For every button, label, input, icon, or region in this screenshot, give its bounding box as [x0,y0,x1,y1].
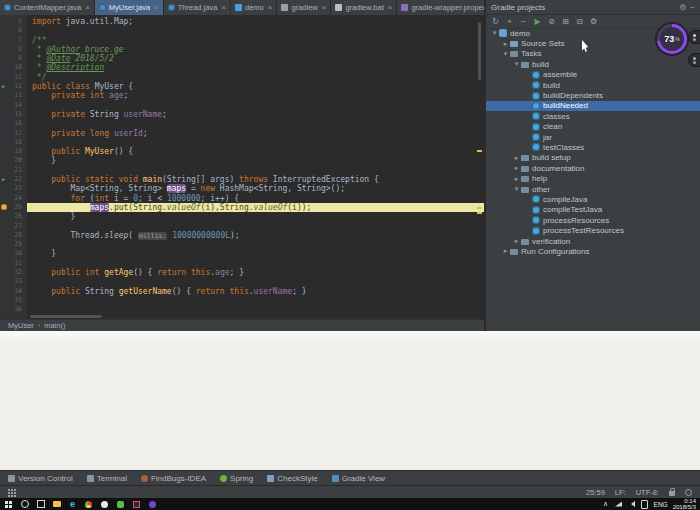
code-line[interactable]: 31 [0,259,484,268]
code-line[interactable]: 17 private long userId; [0,129,484,138]
settings-icon[interactable]: ⚙ [587,15,600,28]
gradle-node-classes[interactable]: classes [486,111,700,121]
edge-icon[interactable]: e [68,500,77,509]
code-line[interactable]: ▶22 public static void main(String[] arg… [0,175,484,184]
code-line[interactable]: 29 [0,240,484,249]
code-line[interactable]: 18 [0,138,484,147]
intellij-icon[interactable] [132,500,141,509]
code-line[interactable]: 32 public int getAge() { return this.age… [0,268,484,277]
gradle-node-compilejava[interactable]: compileJava [486,194,700,204]
code-line[interactable]: 25 maps.put(String.valueOf(i),String.val… [0,203,484,212]
chevron-down-icon[interactable]: ▾ [490,29,499,37]
code-line[interactable]: 9 * @Date 2018/5/2 [0,54,484,63]
gradle-node-processtestresources[interactable]: processTestResources [486,225,700,235]
gradle-node-build-setup[interactable]: ▸build setup [486,153,700,163]
code-line[interactable]: 34 public String getUserName() { return … [0,287,484,296]
chevron-down-icon[interactable]: ▾ [512,185,521,193]
toolwindow-button-findbugs-idea[interactable]: FindBugs-IDEA [135,474,212,483]
tab-close-icon[interactable]: × [388,3,393,12]
run-task-icon[interactable]: ▶ [531,15,544,28]
code-line[interactable]: 19 public MyUser() { [0,147,484,156]
code-line[interactable]: 23 Map<String, String> maps = new HashMa… [0,184,484,193]
tab-contentmapper-java[interactable]: ContentMapper.java× [0,0,95,15]
tab-close-icon[interactable]: × [221,3,226,12]
editor-vertical-scrollbar[interactable] [478,22,481,80]
error-stripe-mark[interactable] [477,150,482,152]
detach-project-icon[interactable]: − [517,15,530,28]
gradle-node-clean[interactable]: clean [486,122,700,132]
chevron-down-icon[interactable]: ▾ [501,50,510,58]
line-separator-indicator[interactable]: LF: [615,488,626,497]
bookmark-icon[interactable] [1,204,7,210]
chevron-right-icon[interactable]: ▸ [501,247,510,255]
input-language-indicator[interactable]: ENG [654,501,668,508]
gradle-node-other[interactable]: ▾other [486,184,700,194]
tab-myuser-java[interactable]: MyUser.java× [95,0,164,15]
gradle-node-builddependents[interactable]: buildDependents [486,90,700,100]
breadcrumb-item[interactable]: main() [44,321,65,330]
refresh-icon[interactable]: ↻ [489,15,502,28]
code-line[interactable]: 13 private int age; [0,91,484,100]
code-line[interactable]: 21 [0,166,484,175]
chevron-down-icon[interactable]: ▾ [512,60,521,68]
lock-icon[interactable] [669,491,675,496]
qq-icon[interactable] [100,500,109,509]
code-line[interactable]: 5import java.util.Map; [0,17,484,26]
code-line[interactable]: 11 */ [0,73,484,82]
code-line[interactable]: 10 * @Description [0,63,484,72]
tab-gradle-wrapper-properties[interactable]: gradle-wrapper.properties× [397,0,484,15]
tab-close-icon[interactable]: × [322,3,327,12]
code-line[interactable]: 26 } [0,212,484,221]
tab-gradlew-bat[interactable]: gradlew.bat× [331,0,397,15]
gradle-node-jar[interactable]: jar [486,132,700,142]
gradle-node-assemble[interactable]: assemble [486,70,700,80]
code-line[interactable]: 28 Thread.sleep( millis: 10000000000L); [0,231,484,240]
settings-icon[interactable]: ⚙ [679,3,686,12]
network-icon[interactable] [615,500,623,509]
code-line[interactable]: 30 } [0,249,484,258]
encoding-indicator[interactable]: UTF-8: [636,488,659,497]
code-line[interactable]: 16 [0,119,484,128]
tab-close-icon[interactable]: × [85,3,90,12]
chevron-right-icon[interactable]: ▸ [501,40,510,48]
tab-demo[interactable]: demo× [231,0,277,15]
offline-mode-icon[interactable]: ⊘ [545,15,558,28]
recorder-progress-badge[interactable]: 73 % [657,24,687,54]
wechat-icon[interactable] [116,500,125,509]
tray-expand-icon[interactable]: ∧ [602,500,610,509]
gradle-node-buildneeded[interactable]: buildNeeded [486,101,700,111]
gradle-node-build[interactable]: build [486,80,700,90]
chevron-right-icon[interactable]: ▸ [512,175,521,183]
recorder-toolbar-tab-1[interactable] [688,30,700,44]
recorder-icon[interactable] [148,500,157,509]
caret-position[interactable]: 25:59 [586,488,605,497]
tab-close-icon[interactable]: × [154,3,159,12]
attach-project-icon[interactable]: + [503,15,516,28]
chrome-icon[interactable] [84,500,93,509]
code-editor[interactable]: 5import java.util.Map;67/**8 * @Author b… [0,15,484,319]
breadcrumb-item[interactable]: MyUser [8,321,34,330]
gradle-node-verification[interactable]: ▸verification [486,236,700,246]
inspections-level-icon[interactable] [685,489,692,496]
gradle-node-build[interactable]: ▾build [486,59,700,69]
start-icon[interactable] [4,500,13,509]
code-line[interactable]: 27 [0,222,484,231]
toolwindow-button-gradle-view[interactable]: Gradle View [326,474,391,483]
code-line[interactable]: 24 for (int i = 0; i < 1000000; i++) { [0,194,484,203]
toolwindow-switcher-icon[interactable] [8,489,10,491]
editor-horizontal-scrollbar[interactable] [30,315,102,318]
toolwindow-button-spring[interactable]: Spring [214,474,259,483]
code-line[interactable]: 15 private String userName; [0,110,484,119]
cortana-icon[interactable] [20,500,29,509]
code-line[interactable]: 14 [0,101,484,110]
toolwindow-button-checkstyle[interactable]: CheckStyle [261,474,323,483]
code-line[interactable]: 8 * @Author bruce.ge [0,45,484,54]
run-gutter-icon[interactable]: ▶ [2,82,5,91]
code-line[interactable]: 33 [0,277,484,286]
file-explorer-icon[interactable] [52,500,61,509]
gradle-node-run-configurations[interactable]: ▸Run Configurations [486,246,700,256]
toolwindow-button-version-control[interactable]: Version Control [2,474,79,483]
hide-panel-icon[interactable]: − [690,3,695,12]
gradle-node-documentation[interactable]: ▸documentation [486,163,700,173]
code-line[interactable]: 20 } [0,156,484,165]
